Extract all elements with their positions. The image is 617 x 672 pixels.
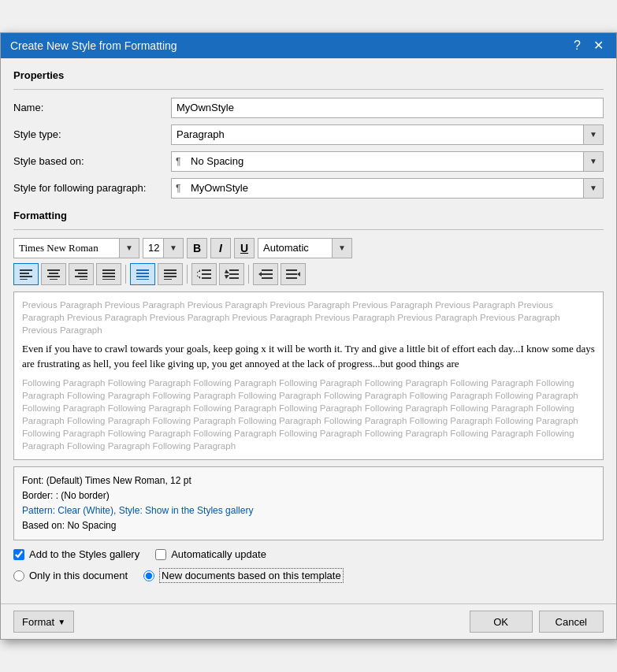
svg-rect-0: [20, 269, 32, 271]
svg-marker-41: [297, 272, 300, 277]
style-following-label: Style for following paragraph:: [13, 182, 171, 194]
font-size-wrapper: 12 ▼: [143, 238, 184, 258]
options-row2: Only in this document New documents base…: [13, 568, 604, 583]
italic-button[interactable]: I: [210, 238, 231, 258]
properties-divider: [13, 89, 604, 90]
add-to-gallery-row[interactable]: Add to the Styles gallery: [13, 548, 139, 560]
style-info-line2: Border: : (No border): [22, 488, 595, 503]
svg-rect-6: [47, 276, 60, 277]
new-template-row[interactable]: New documents based on this template: [143, 568, 344, 583]
preview-previous-text: Previous Paragraph Previous Paragraph Pr…: [22, 299, 595, 336]
name-row: Name:: [13, 98, 604, 118]
style-based-label: Style based on:: [13, 155, 171, 167]
auto-update-label: Automatically update: [171, 548, 266, 560]
svg-rect-21: [164, 273, 177, 274]
svg-rect-14: [102, 276, 115, 277]
svg-rect-34: [262, 269, 273, 271]
format-dropdown-arrow-icon: ▼: [58, 618, 65, 626]
svg-rect-23: [164, 279, 172, 280]
add-to-gallery-label: Add to the Styles gallery: [29, 548, 139, 560]
svg-rect-22: [164, 276, 177, 277]
style-type-row: Style type: Paragraph ▼: [13, 124, 604, 145]
align-extra-button[interactable]: [158, 263, 183, 285]
style-type-select[interactable]: Paragraph: [171, 124, 604, 145]
preview-area: Previous Paragraph Previous Paragraph Pr…: [13, 291, 604, 460]
ok-button[interactable]: OK: [470, 611, 533, 633]
dialog: Create New Style from Formatting ? ✕ Pro…: [0, 32, 617, 640]
distributed-button[interactable]: [130, 263, 155, 285]
svg-rect-19: [136, 279, 149, 280]
style-info-line1: Font: (Default) Times New Roman, 12 pt: [22, 473, 595, 488]
svg-rect-39: [286, 273, 297, 275]
font-size-select[interactable]: 12: [143, 238, 184, 258]
font-name-select[interactable]: Times New Roman: [13, 238, 139, 258]
style-following-row: Style for following paragraph: MyOwnStyl…: [13, 178, 604, 199]
decrease-indent-button[interactable]: [253, 263, 278, 285]
new-template-radio[interactable]: [143, 570, 154, 581]
increase-indent-button[interactable]: [281, 263, 306, 285]
format-toolbar-row1: Times New Roman ▼ 12 ▼ B I U Automatic: [13, 238, 604, 258]
auto-update-checkbox[interactable]: [155, 549, 166, 560]
only-document-row[interactable]: Only in this document: [13, 568, 128, 583]
properties-section: Properties Name: Style type: Paragraph ▼: [13, 69, 604, 199]
toolbar-sep3: [248, 265, 249, 284]
close-button[interactable]: ✕: [590, 39, 607, 52]
align-center-icon: [47, 269, 60, 280]
titlebar-controls: ? ✕: [571, 39, 607, 52]
line-spacing-increase-icon: [197, 268, 211, 280]
name-input[interactable]: [171, 98, 604, 118]
style-based-row: Style based on: No Spacing ¶ ▼: [13, 151, 604, 172]
line-spacing-decrease-icon: [225, 268, 239, 280]
svg-marker-37: [258, 272, 262, 277]
only-document-radio[interactable]: [13, 570, 24, 581]
style-following-select-wrapper: MyOwnStyle ¶ ▼: [171, 178, 604, 199]
line-spacing-decrease-button[interactable]: [219, 263, 244, 285]
svg-rect-2: [20, 276, 32, 277]
only-document-label: Only in this document: [29, 570, 128, 581]
dialog-title: Create New Style from Formatting: [10, 39, 177, 52]
auto-update-row[interactable]: Automatically update: [155, 548, 266, 560]
bottom-right: OK Cancel: [470, 611, 604, 633]
svg-rect-20: [164, 269, 177, 271]
toolbar-sep1: [125, 265, 126, 284]
increase-indent-icon: [286, 269, 300, 280]
svg-rect-24: [202, 269, 211, 271]
help-button[interactable]: ?: [571, 39, 584, 52]
align-left-button[interactable]: [13, 263, 39, 285]
options-row1: Add to the Styles gallery Automatically …: [13, 548, 604, 560]
align-extra-icon: [164, 269, 177, 280]
style-following-select[interactable]: MyOwnStyle: [171, 178, 604, 199]
style-based-select-wrapper: No Spacing ¶ ▼: [171, 151, 604, 172]
color-select[interactable]: Automatic: [258, 238, 352, 258]
svg-rect-26: [202, 277, 211, 279]
svg-rect-31: [229, 277, 239, 279]
svg-rect-1: [20, 273, 29, 274]
preview-main-text: Even if you have to crawl towards your g…: [22, 341, 595, 372]
name-label: Name:: [13, 102, 171, 113]
align-right-button[interactable]: [69, 263, 94, 285]
svg-rect-11: [80, 279, 87, 280]
justify-button[interactable]: [96, 263, 121, 285]
titlebar: Create New Style from Formatting ? ✕: [1, 33, 616, 58]
cancel-button[interactable]: Cancel: [539, 611, 604, 633]
underline-button[interactable]: U: [234, 238, 255, 258]
svg-rect-13: [102, 273, 115, 274]
style-type-select-wrapper: Paragraph ▼: [171, 124, 604, 145]
line-spacing-increase-button[interactable]: [191, 263, 217, 285]
justify-icon: [102, 269, 115, 280]
style-based-select[interactable]: No Spacing: [171, 151, 604, 172]
align-right-icon: [75, 269, 87, 280]
align-left-icon: [20, 269, 32, 280]
svg-rect-9: [78, 273, 87, 274]
style-type-label: Style type:: [13, 128, 171, 140]
format-dropdown-button[interactable]: Format ▼: [13, 611, 74, 633]
new-template-label: New documents based on this template: [159, 568, 344, 583]
svg-marker-32: [225, 269, 229, 273]
add-to-gallery-checkbox[interactable]: [13, 549, 24, 560]
bold-button[interactable]: B: [187, 238, 207, 258]
svg-rect-7: [50, 279, 58, 280]
align-center-button[interactable]: [41, 263, 66, 285]
font-name-wrapper: Times New Roman ▼: [13, 238, 139, 258]
distributed-icon: [136, 269, 149, 280]
bottom-bar: Format ▼ OK Cancel: [1, 603, 616, 639]
